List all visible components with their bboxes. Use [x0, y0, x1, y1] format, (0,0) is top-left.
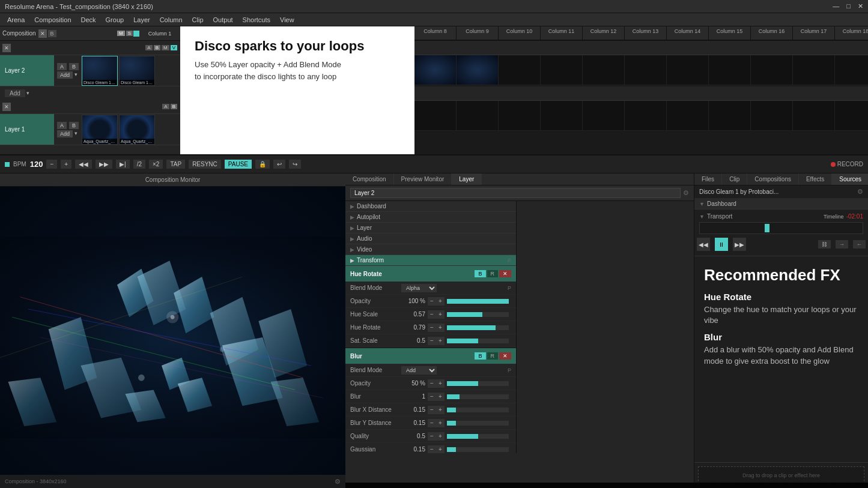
- pause-btn[interactable]: PAUSE: [225, 160, 252, 169]
- col-header-14[interactable]: Column 14: [667, 26, 709, 40]
- blur-y-slider[interactable]: [447, 421, 509, 426]
- hue-rotate-slider[interactable]: [447, 325, 509, 330]
- fx-hue-rotate-close-btn[interactable]: ✕: [499, 270, 511, 277]
- fx-blur-r-btn[interactable]: R: [487, 352, 499, 360]
- col-header-17[interactable]: Column 17: [793, 26, 835, 40]
- menu-output[interactable]: Output: [208, 15, 238, 25]
- col11-layer2-clip[interactable]: [541, 55, 583, 85]
- blur-x-slider[interactable]: [447, 408, 509, 412]
- hue-scale-plus[interactable]: +: [436, 310, 445, 319]
- blur-x-plus[interactable]: +: [436, 406, 445, 414]
- menu-arena[interactable]: Arena: [2, 15, 29, 25]
- section-video[interactable]: ▶ Video: [345, 244, 516, 255]
- col9-layer2-clip[interactable]: Disco Gleam 1 by ...: [457, 55, 499, 85]
- layer2-add-chevron2[interactable]: ▾: [26, 90, 29, 96]
- window-controls[interactable]: — □ ✕: [833, 2, 863, 10]
- menu-shortcuts[interactable]: Shortcuts: [238, 15, 275, 25]
- half-btn[interactable]: /2: [133, 160, 145, 169]
- composition-close-btn[interactable]: ✕: [38, 29, 47, 38]
- tab-files[interactable]: Files: [694, 173, 722, 185]
- layer-settings-btn[interactable]: ⚙: [683, 189, 689, 197]
- section-transform[interactable]: ▶ Transform P: [345, 255, 516, 266]
- col15-layer1-clip[interactable]: [709, 101, 751, 131]
- hue-scale-minus[interactable]: −: [428, 310, 436, 319]
- menu-layer[interactable]: Layer: [129, 15, 155, 25]
- column1-label[interactable]: Column 1: [142, 29, 178, 38]
- menu-composition[interactable]: Composition: [29, 15, 76, 25]
- lock-btn[interactable]: 🔒: [255, 160, 270, 169]
- t-next-btn[interactable]: ▶▶: [733, 238, 746, 251]
- layer2-name[interactable]: Layer 2: [0, 55, 54, 86]
- hue-rotate-minus[interactable]: −: [428, 324, 436, 332]
- col-header-10[interactable]: Column 10: [499, 26, 541, 40]
- col-header-9[interactable]: Column 9: [457, 26, 499, 40]
- blur-gaussian-minus[interactable]: −: [428, 445, 436, 454]
- col11-layer1-clip[interactable]: [541, 101, 583, 131]
- tab-compositions[interactable]: Compositions: [747, 173, 799, 185]
- opacity-slider[interactable]: [447, 299, 509, 304]
- beat-btn[interactable]: ▶|: [116, 160, 130, 169]
- layer2-add-effect-btn[interactable]: Add: [5, 89, 25, 97]
- section-autopilot[interactable]: ▶ Autopilot: [345, 212, 516, 223]
- menu-column[interactable]: Column: [155, 15, 187, 25]
- tab-composition[interactable]: Composition: [345, 173, 394, 185]
- t-prev-btn[interactable]: ◀◀: [697, 238, 710, 251]
- layer1-clip1[interactable]: Aqua_Quartz_by_...: [82, 115, 118, 145]
- col-header-16[interactable]: Column 16: [751, 26, 793, 40]
- menu-group[interactable]: Group: [101, 15, 129, 25]
- record-btn[interactable]: RECORD: [831, 161, 863, 167]
- layer2-b-btn[interactable]: B: [69, 63, 79, 70]
- blur-opacity-slider[interactable]: [447, 381, 509, 386]
- hue-scale-slider[interactable]: [447, 312, 509, 317]
- col8-layer1-clip[interactable]: [414, 101, 457, 131]
- maximize-btn[interactable]: □: [846, 2, 851, 10]
- fx-hue-rotate-r-btn[interactable]: R: [487, 270, 499, 277]
- layer2-add-chevron[interactable]: ▾: [74, 71, 77, 79]
- section-audio[interactable]: ▶ Audio: [345, 233, 516, 244]
- fx-hue-rotate-b-btn[interactable]: B: [475, 270, 485, 277]
- layer1-add-btn[interactable]: Add: [57, 130, 73, 137]
- blur-x-minus[interactable]: −: [428, 406, 436, 414]
- layer2-x-btn[interactable]: ✕: [2, 44, 11, 52]
- menu-view[interactable]: View: [275, 15, 299, 25]
- beat-prev-btn[interactable]: ◀◀: [75, 160, 92, 169]
- col12-layer1-clip[interactable]: [583, 101, 625, 131]
- col18-layer2-clip[interactable]: [835, 55, 868, 85]
- layer1-a-btn[interactable]: A: [57, 122, 67, 129]
- col14-layer2-clip[interactable]: [667, 55, 709, 85]
- sat-scale-minus[interactable]: −: [428, 337, 436, 345]
- blur-y-minus[interactable]: −: [428, 419, 436, 427]
- col17-layer1-clip[interactable]: [793, 101, 835, 131]
- sat-scale-plus[interactable]: +: [436, 337, 445, 345]
- col-header-15[interactable]: Column 15: [709, 26, 751, 40]
- tap-btn[interactable]: TAP: [166, 160, 185, 169]
- t-play-btn[interactable]: ⏸: [715, 238, 728, 251]
- layer1-add-chevron[interactable]: ▾: [74, 130, 77, 137]
- file-gear-btn[interactable]: ⚙: [857, 188, 863, 196]
- sat-scale-slider[interactable]: [447, 339, 509, 343]
- col17-layer2-clip[interactable]: [793, 55, 835, 85]
- bpm-minus-btn[interactable]: −: [46, 160, 57, 169]
- composition-b-btn[interactable]: B: [48, 30, 56, 37]
- double-btn[interactable]: ×2: [149, 160, 163, 169]
- blur-plus[interactable]: +: [436, 393, 445, 401]
- col-header-13[interactable]: Column 13: [625, 26, 667, 40]
- col-header-11[interactable]: Column 11: [541, 26, 583, 40]
- tab-preview-monitor[interactable]: Preview Monitor: [394, 173, 452, 185]
- blur-gaussian-slider[interactable]: [447, 447, 509, 452]
- redo-btn[interactable]: ↪: [289, 160, 301, 169]
- section-layer[interactable]: ▶ Layer: [345, 223, 516, 233]
- layer2-clip1[interactable]: Disco Gleam 1 by ...: [82, 56, 118, 86]
- dashboard-section[interactable]: ▼ Dashboard: [694, 199, 868, 209]
- section-dashboard[interactable]: ▶ Dashboard: [345, 201, 516, 212]
- layer1-clip2[interactable]: Aqua_Quartz_by_...: [119, 115, 155, 145]
- t-chain2-btn[interactable]: →: [836, 240, 848, 249]
- fx-blur-b-btn[interactable]: B: [475, 352, 485, 360]
- col-header-8[interactable]: Column 8: [414, 26, 457, 40]
- layer2-a-btn[interactable]: A: [57, 63, 67, 70]
- col16-layer2-clip[interactable]: [751, 55, 793, 85]
- layer2-add-btn[interactable]: Add: [57, 71, 73, 79]
- col12-layer2-clip[interactable]: [583, 55, 625, 85]
- opacity-plus[interactable]: +: [436, 297, 445, 306]
- layer2-clip2[interactable]: Disco Gleam 1 by ...: [119, 56, 155, 86]
